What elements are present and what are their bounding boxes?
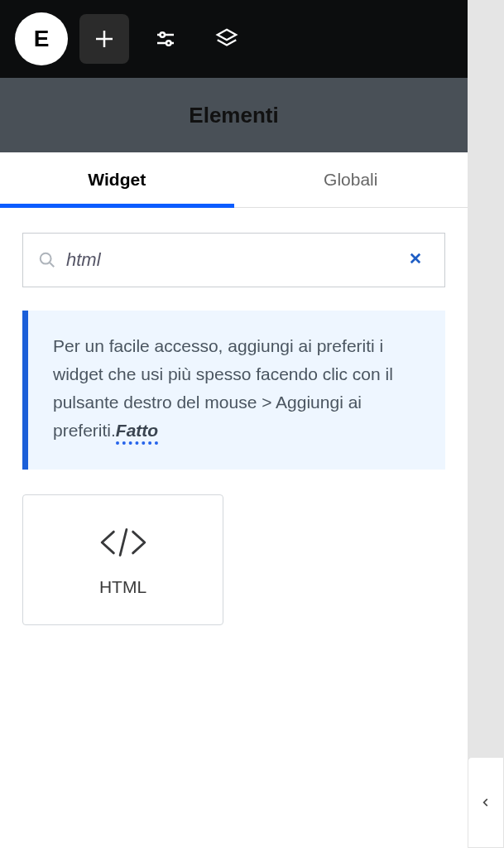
code-icon	[98, 523, 149, 562]
search-input[interactable]	[66, 249, 391, 271]
clear-search-button[interactable]	[401, 246, 430, 274]
info-text-content: Per un facile accesso, aggiungi ai prefe…	[53, 336, 393, 440]
tab-global-label: Globali	[324, 170, 377, 190]
info-done-link[interactable]: Fatto	[116, 421, 158, 445]
elementor-logo-text: E	[34, 26, 50, 52]
close-icon	[408, 251, 423, 266]
widget-html-label: HTML	[99, 577, 146, 597]
add-element-button[interactable]	[79, 14, 129, 64]
tab-widget-label: Widget	[88, 170, 146, 190]
top-toolbar: E	[0, 0, 468, 78]
search-box	[22, 233, 445, 287]
plus-icon	[92, 26, 117, 51]
search-icon	[38, 251, 56, 269]
structure-button[interactable]	[202, 14, 252, 64]
svg-point-7	[41, 253, 51, 264]
content-area: Per un facile accesso, aggiungi ai prefe…	[0, 208, 468, 650]
panel-title: Elementi	[189, 103, 278, 128]
svg-line-8	[50, 263, 54, 267]
widget-grid: HTML	[22, 494, 445, 625]
panel-collapse-handle[interactable]	[468, 757, 504, 848]
favorites-info-text: Per un facile accesso, aggiungi ai prefe…	[53, 332, 420, 445]
site-settings-button[interactable]	[141, 14, 190, 64]
svg-point-4	[161, 32, 166, 37]
layers-icon	[214, 26, 239, 51]
svg-marker-6	[218, 30, 237, 41]
favorites-info-box: Per un facile accesso, aggiungi ai prefe…	[22, 311, 445, 470]
widget-html[interactable]: HTML	[22, 494, 223, 625]
svg-line-11	[120, 530, 127, 556]
tabs: Widget Globali	[0, 152, 468, 208]
panel-header: Elementi	[0, 78, 468, 152]
elementor-logo-button[interactable]: E	[15, 12, 68, 65]
chevron-left-icon	[480, 797, 492, 808]
tab-widget[interactable]: Widget	[0, 152, 234, 207]
sliders-icon	[153, 26, 178, 51]
svg-point-5	[166, 41, 171, 46]
tab-global[interactable]: Globali	[234, 152, 468, 207]
